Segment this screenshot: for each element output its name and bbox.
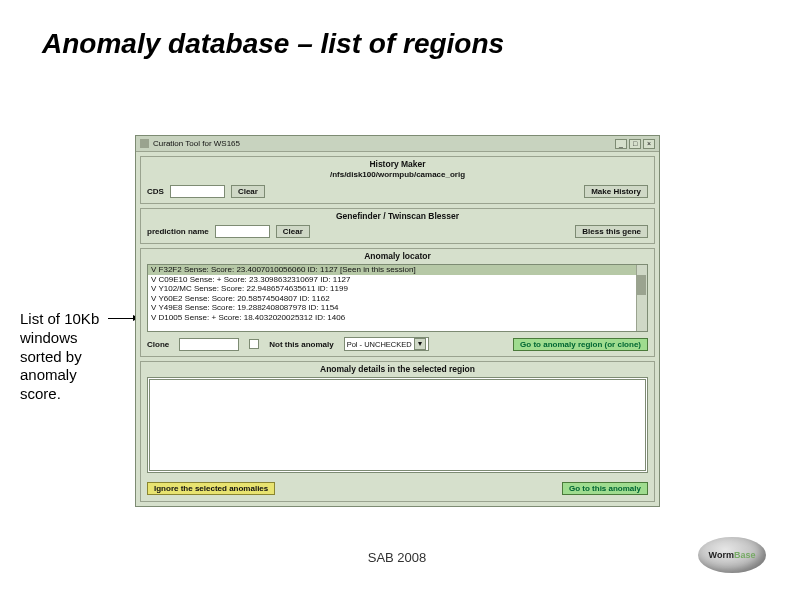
annotation-text: List of 10Kb windows sorted by anomaly s… — [20, 310, 115, 404]
scrollbar-thumb[interactable] — [637, 275, 646, 295]
maximize-button[interactable]: □ — [629, 139, 641, 149]
history-title: History Maker — [141, 157, 654, 170]
prediction-input[interactable] — [215, 225, 270, 238]
clear-button-blesser[interactable]: Clear — [276, 225, 310, 238]
curation-tool-window: Curation Tool for WS165 _ □ × History Ma… — [135, 135, 660, 507]
clear-button-history[interactable]: Clear — [231, 185, 265, 198]
not-this-checkbox[interactable] — [249, 339, 259, 349]
dropdown-value: Pol - UNCHECKED — [347, 340, 412, 349]
list-item[interactable]: V D1005 Sense: + Score: 18.4032020025312… — [148, 313, 647, 323]
footer-label: SAB 2008 — [0, 550, 794, 565]
anomaly-listbox[interactable]: V F32F2 Sense: Score: 23.4007010056060 I… — [147, 264, 648, 332]
app-icon — [140, 139, 149, 148]
go-to-region-button[interactable]: Go to anomaly region (or clone) — [513, 338, 648, 351]
blesser-section: Genefinder / Twinscan Blesser prediction… — [140, 208, 655, 244]
clone-input[interactable] — [179, 338, 239, 351]
list-item[interactable]: V Y102/MC Sense: Score: 22.9486574635611… — [148, 284, 647, 294]
details-listbox[interactable] — [147, 377, 648, 473]
make-history-button[interactable]: Make History — [584, 185, 648, 198]
history-path: /nfs/disk100/wormpub/camace_orig — [141, 170, 654, 182]
not-this-label: Not this anomaly — [269, 340, 333, 349]
list-item[interactable]: V C09E10 Sense: + Score: 23.309863231069… — [148, 275, 647, 285]
list-item[interactable]: V Y60E2 Sense: Score: 20.58574504807 ID:… — [148, 294, 647, 304]
chevron-down-icon[interactable]: ▾ — [414, 338, 426, 350]
minimize-button[interactable]: _ — [615, 139, 627, 149]
bless-button[interactable]: Bless this gene — [575, 225, 648, 238]
slide-title: Anomaly database – list of regions — [42, 28, 504, 60]
history-maker-section: History Maker /nfs/disk100/wormpub/camac… — [140, 156, 655, 204]
list-item[interactable]: V Y49E8 Sense: Score: 19.2882408087978 I… — [148, 303, 647, 313]
list-item[interactable]: V F32F2 Sense: Score: 23.4007010056060 I… — [148, 265, 647, 275]
prediction-label: prediction name — [147, 227, 209, 236]
anomaly-details-section: Anomaly details in the selected region I… — [140, 361, 655, 502]
go-to-anomaly-button[interactable]: Go to this anomaly — [562, 482, 648, 495]
ignore-button[interactable]: Ignore the selected anomalies — [147, 482, 275, 495]
blesser-title: Genefinder / Twinscan Blesser — [141, 209, 654, 222]
close-button[interactable]: × — [643, 139, 655, 149]
cds-input[interactable] — [170, 185, 225, 198]
anomaly-locator-section: Anomaly locator V F32F2 Sense: Score: 23… — [140, 248, 655, 357]
list-scrollbar[interactable] — [636, 265, 647, 331]
filter-dropdown[interactable]: Pol - UNCHECKED ▾ — [344, 337, 429, 351]
locator-title: Anomaly locator — [141, 249, 654, 262]
window-title: Curation Tool for WS165 — [153, 139, 240, 148]
clone-label: Clone — [147, 340, 169, 349]
cds-label: CDS — [147, 187, 164, 196]
annotation-arrow — [108, 318, 138, 319]
details-title: Anomaly details in the selected region — [141, 362, 654, 375]
wormbase-logo: WormBase — [698, 537, 766, 573]
window-titlebar[interactable]: Curation Tool for WS165 _ □ × — [136, 136, 659, 152]
